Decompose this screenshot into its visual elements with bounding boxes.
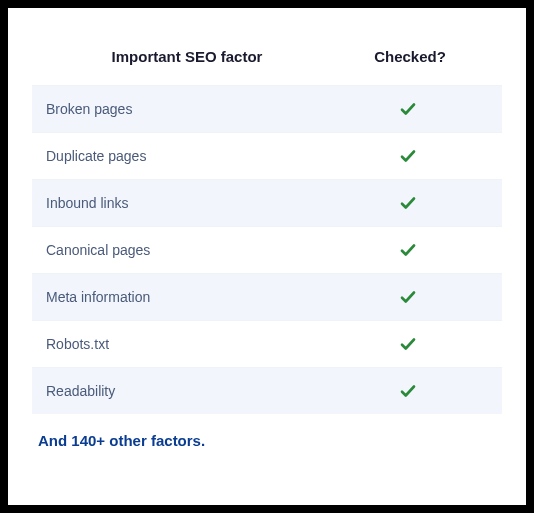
checkmark-icon (399, 382, 417, 400)
table-header-row: Important SEO factor Checked? (32, 32, 502, 85)
seo-factors-card: Important SEO factor Checked? Broken pag… (8, 8, 526, 505)
checkmark-icon (399, 288, 417, 306)
table-row: Readability (32, 367, 502, 414)
factor-label: Canonical pages (46, 242, 150, 258)
factor-label: Duplicate pages (46, 148, 146, 164)
checkmark-icon (399, 147, 417, 165)
table-row: Robots.txt (32, 320, 502, 367)
table-row: Inbound links (32, 179, 502, 226)
seo-factors-table: Important SEO factor Checked? Broken pag… (32, 32, 502, 414)
footer-note: And 140+ other factors. (32, 414, 502, 449)
factor-label: Readability (46, 383, 115, 399)
table-row: Broken pages (32, 85, 502, 132)
checkmark-icon (399, 100, 417, 118)
table-row: Duplicate pages (32, 132, 502, 179)
table-row: Meta information (32, 273, 502, 320)
factor-label: Meta information (46, 289, 150, 305)
table-row: Canonical pages (32, 226, 502, 273)
header-checked: Checked? (330, 48, 490, 65)
factor-label: Robots.txt (46, 336, 109, 352)
factor-label: Broken pages (46, 101, 132, 117)
checkmark-icon (399, 194, 417, 212)
factor-label: Inbound links (46, 195, 129, 211)
header-factor: Important SEO factor (44, 48, 330, 65)
checkmark-icon (399, 241, 417, 259)
checkmark-icon (399, 335, 417, 353)
